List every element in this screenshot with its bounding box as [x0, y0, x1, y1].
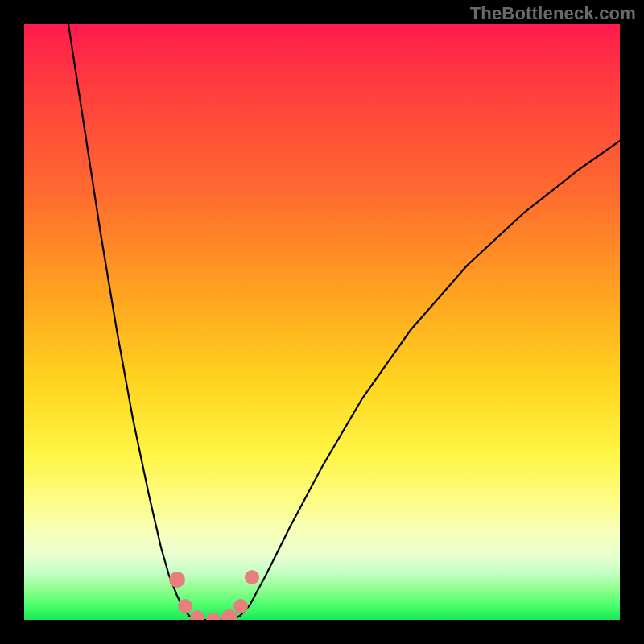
- chart-frame: TheBottleneck.com: [0, 0, 644, 644]
- highlight-dot: [221, 609, 237, 620]
- plot-area: [24, 24, 620, 620]
- highlight-dot: [190, 610, 204, 620]
- curve-layer: [24, 24, 620, 620]
- highlight-dot: [245, 570, 259, 584]
- highlight-dots-group: [169, 570, 259, 620]
- bottleneck-curve: [68, 24, 620, 620]
- highlight-dot: [169, 572, 185, 588]
- highlight-dot: [178, 599, 192, 613]
- highlight-dot: [233, 599, 248, 613]
- watermark-text: TheBottleneck.com: [470, 3, 636, 24]
- highlight-dot: [206, 613, 221, 620]
